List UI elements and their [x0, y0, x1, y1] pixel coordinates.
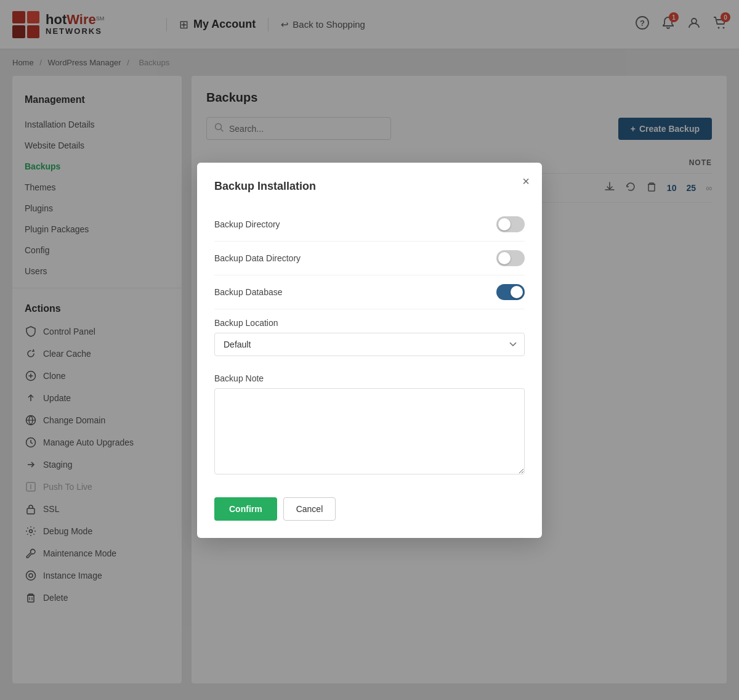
backup-directory-row: Backup Directory	[214, 208, 525, 242]
backup-directory-toggle[interactable]	[496, 216, 525, 232]
modal-title: Backup Installation	[214, 180, 525, 193]
backup-data-directory-row: Backup Data Directory	[214, 242, 525, 275]
modal-overlay[interactable]: Backup Installation × Backup Directory B…	[0, 0, 739, 696]
backup-directory-label: Backup Directory	[214, 219, 496, 229]
backup-data-directory-toggle[interactable]	[496, 250, 525, 266]
backup-data-directory-label: Backup Data Directory	[214, 253, 496, 263]
backup-directory-slider	[496, 216, 525, 232]
backup-note-textarea[interactable]	[214, 388, 525, 474]
backup-database-slider	[496, 284, 525, 300]
backup-installation-modal: Backup Installation × Backup Directory B…	[197, 163, 542, 538]
backup-location-label: Backup Location	[214, 318, 525, 328]
backup-data-directory-slider	[496, 250, 525, 266]
backup-database-row: Backup Database	[214, 275, 525, 309]
backup-database-label: Backup Database	[214, 287, 496, 297]
modal-footer: Confirm Cancel	[214, 497, 525, 521]
backup-location-row: Backup Location Default	[214, 309, 525, 365]
backup-note-row: Backup Note	[214, 365, 525, 485]
backup-database-toggle[interactable]	[496, 284, 525, 300]
backup-location-select[interactable]: Default	[214, 333, 525, 356]
backup-note-label: Backup Note	[214, 373, 525, 383]
cancel-button[interactable]: Cancel	[283, 497, 336, 521]
modal-close-button[interactable]: ×	[522, 175, 530, 187]
confirm-button[interactable]: Confirm	[214, 497, 277, 521]
